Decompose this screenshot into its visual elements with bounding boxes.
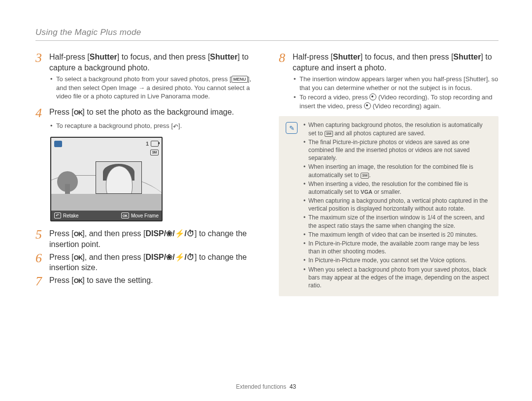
list-item: The maximum size of the insertion window… — [303, 214, 492, 229]
resolution-3m-icon: 3M — [325, 131, 333, 137]
figure-bottom-bar: ↶ Retake OK Move Frame — [51, 211, 162, 220]
back-arrow-icon: ↶ — [54, 213, 61, 218]
list-item: In Picture-in-Picture mode, you cannot s… — [303, 256, 492, 264]
text: ] to focus, and then press [ — [117, 53, 210, 61]
shutter-label: Shutter — [466, 75, 486, 83]
list-item: To record a video, press (Video recordin… — [294, 93, 499, 110]
section-rule — [35, 40, 499, 41]
disp-combo: DISP/❀/⚡/⏱ — [145, 229, 195, 238]
record-icon — [369, 93, 376, 100]
step-8-sub: The insertion window appears larger when… — [294, 75, 499, 110]
list-item: When capturing a background photo, a ver… — [303, 197, 492, 213]
left-column: 3 Half-press [Shutter] to focus, and the… — [35, 52, 255, 296]
step-number: 7 — [35, 275, 44, 288]
step-4-sub: To recapture a background photo, press [… — [50, 122, 255, 131]
step-3: 3 Half-press [Shutter] to focus, and the… — [35, 52, 255, 73]
text: Half-press [ — [293, 53, 333, 61]
step-number: 5 — [35, 228, 44, 249]
shutter-label: Shutter — [90, 53, 117, 61]
section-title: Using the Magic Plus mode — [35, 28, 499, 37]
text: ] to save the setting. — [82, 276, 153, 284]
step-4: 4 Press [OK] to set the photo as the bac… — [35, 107, 255, 120]
text: Press [ — [49, 108, 74, 116]
text: ], and then press [ — [82, 229, 145, 238]
vga-label: VGA — [361, 189, 372, 195]
page: Using the Magic Plus mode 3 Half-press [… — [0, 0, 532, 401]
ok-icon: OK — [74, 109, 83, 116]
list-item: When you select a background photo from … — [303, 266, 492, 290]
step-3-sub: To select a background photo from your s… — [50, 75, 255, 101]
text: ], and then press [ — [82, 253, 145, 261]
page-number: 43 — [290, 383, 296, 390]
menu-icon: MENU — [232, 76, 248, 83]
step-7: 7 Press [OK] to save the setting. — [35, 275, 255, 288]
list-item: To select a background photo from your s… — [50, 75, 255, 101]
step-body: Press [OK] to set the photo as the backg… — [49, 107, 255, 120]
text: To recapture a background photo, press [ — [56, 122, 173, 129]
text: To select a background photo from your s… — [56, 75, 232, 83]
text: and all photos captured are saved. — [333, 130, 425, 137]
step-body: Press [OK], and then press [DISP/❀/⚡/⏱] … — [49, 252, 255, 273]
list-item: When inserting a video, the resolution f… — [303, 180, 492, 196]
move-frame-label: OK Move Frame — [121, 213, 162, 218]
text: Press [ — [49, 276, 74, 284]
step-body: Press [OK] to save the setting. — [49, 275, 255, 288]
ok-icon: OK — [74, 254, 83, 261]
footer-section: Extended functions — [236, 383, 286, 390]
text: The insertion window appears larger when… — [299, 75, 466, 83]
list-item: To recapture a background photo, press [… — [50, 122, 255, 131]
right-column: 8 Half-press [Shutter] to focus, and the… — [279, 52, 499, 296]
step-number: 8 — [279, 52, 288, 73]
content-columns: 3 Half-press [Shutter] to focus, and the… — [35, 52, 499, 296]
page-footer: Extended functions 43 — [0, 383, 532, 390]
list-item: When inserting an image, the resolution … — [303, 163, 492, 179]
note-icon: ✎ — [286, 122, 298, 134]
text: Half-press [ — [49, 53, 90, 61]
text: Move Frame — [131, 213, 159, 218]
list-item: The final Picture-in-picture photos or v… — [303, 138, 492, 162]
step-number: 3 — [35, 52, 44, 73]
text: To record a video, press — [299, 93, 369, 101]
text: ]. — [178, 122, 182, 129]
text: . — [369, 172, 370, 179]
shutter-label: Shutter — [453, 53, 481, 61]
text: When inserting an image, the resolution … — [308, 163, 473, 178]
pip-frame — [96, 161, 142, 194]
step-6: 6 Press [OK], and then press [DISP/❀/⚡/⏱… — [35, 252, 255, 273]
note-list: When capturing background photos, the re… — [303, 121, 492, 290]
ground — [51, 194, 162, 211]
text: ] to set the photo as the background ima… — [82, 108, 234, 116]
ok-small-icon: OK — [121, 213, 129, 218]
step-body: Half-press [Shutter] to focus, and then … — [49, 52, 255, 73]
step-number: 4 — [35, 107, 44, 120]
text: ] to focus, and then press [ — [361, 53, 454, 61]
camera-preview-figure: 1 3M ↶ Retake OK — [50, 137, 163, 221]
list-item: The insertion window appears larger when… — [294, 75, 499, 92]
text: Press [ — [49, 253, 74, 261]
disp-combo: DISP/❀/⚡/⏱ — [145, 253, 195, 261]
text: Press [ — [49, 229, 74, 238]
list-item: When capturing background photos, the re… — [303, 121, 492, 137]
list-item: In Picture-in-Picture mode, the availabl… — [303, 240, 492, 255]
step-body: Half-press [Shutter] to focus, and then … — [293, 52, 499, 73]
step-number: 6 — [35, 252, 44, 273]
back-icon: ↶ — [173, 123, 178, 131]
step-8: 8 Half-press [Shutter] to focus, and the… — [279, 52, 499, 73]
ok-icon: OK — [74, 277, 83, 284]
resolution-icon: 3M — [150, 150, 159, 155]
step-5: 5 Press [OK], and then press [DISP/❀/⚡/⏱… — [35, 228, 255, 249]
text: (Video recording) again. — [371, 102, 441, 110]
shutter-label: Shutter — [333, 53, 361, 61]
note-box: ✎ When capturing background photos, the … — [279, 116, 499, 296]
shutter-label: Shutter — [210, 53, 237, 61]
counter: 1 — [146, 141, 149, 147]
mode-icon — [54, 141, 62, 147]
record-icon — [364, 102, 371, 109]
battery-icon — [151, 141, 159, 147]
text: Retake — [63, 213, 79, 218]
open-image-label: Open Image — [101, 84, 137, 92]
text: or smaller. — [372, 188, 401, 195]
ok-icon: OK — [74, 230, 83, 238]
list-item: The maximum length of video that can be … — [303, 231, 492, 239]
resolution-3m-icon: 3M — [361, 173, 369, 179]
